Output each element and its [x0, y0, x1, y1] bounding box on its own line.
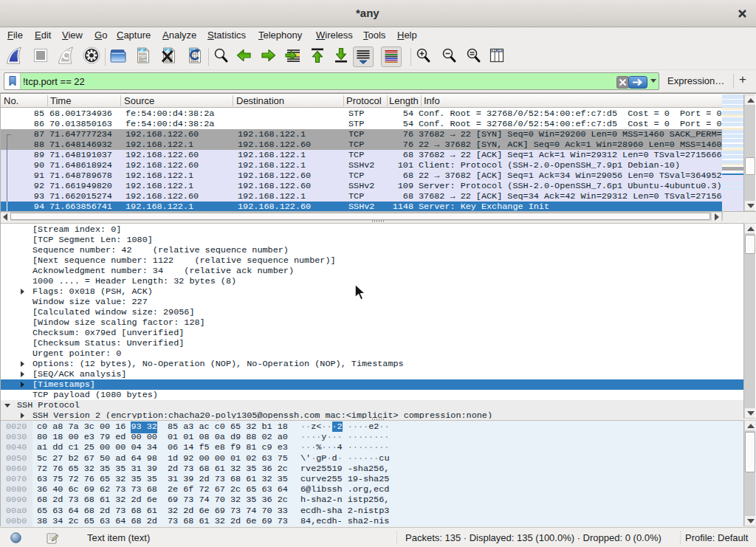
svg-text:0011: 0011	[139, 59, 147, 63]
